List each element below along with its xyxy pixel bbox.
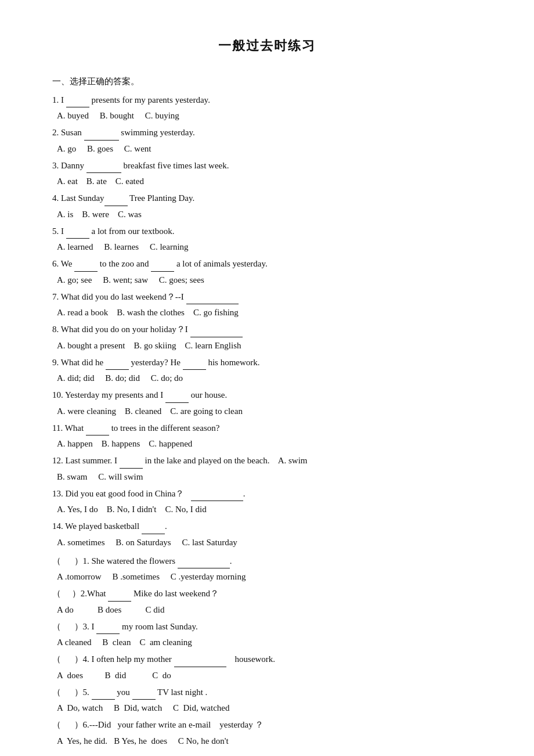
question-block-q3: 3. Danny breakfast five times last week.… [52,158,482,189]
paren-q4-options: A does B did C do [57,668,482,683]
paren-q6-options: A Yes, he did. B Yes, he does C No, he d… [57,733,482,748]
paren-q3-block: （ ）3. I my room last Sunday. A cleaned B… [52,619,482,650]
question-block-q12: 12. Last summer. I in the lake and playe… [52,453,482,484]
question-text-q14: 14. We played basketball . [52,519,482,534]
question-block-q14: 14. We played basketball . A. sometimes … [52,519,482,550]
question-block-q6: 6. We to the zoo and a lot of animals ye… [52,256,482,287]
paren-q3-options: A cleaned B clean C am cleaning [57,635,482,650]
paren-q6-block: （ ）6.---Did your father write an e-mail … [52,717,482,748]
question-block-q11: 11. What to trees in the different seaso… [52,420,482,452]
section1-header: 一、选择正确的答案。 [52,74,482,89]
options-q8: A. bought a present B. go skiing C. lear… [57,338,482,353]
question-block-q2: 2. Susan swimming yesterday. A. go B. go… [52,125,482,156]
question-text-q1: 1. I presents for my parents yesterday. [52,92,482,107]
options-q11: A. happen B. happens C. happened [57,436,482,451]
paren-q5-line: （ ）5. you TV last night . [52,685,482,700]
options-q7: A. read a book B. wash the clothes C. go… [57,305,482,320]
question-text-q3: 3. Danny breakfast five times last week. [52,158,482,173]
question-block-q7: 7. What did you do last weekend？--I A. r… [52,289,482,321]
paren-q2-options: A do B does C did [57,602,482,617]
question-text-q7: 7. What did you do last weekend？--I [52,289,482,304]
paren-questions-list: （ ）1. She watered the flowers . A .tomor… [52,553,482,748]
question-text-q6: 6. We to the zoo and a lot of animals ye… [52,256,482,271]
paren-q5-options: A Do, watch B Did, watch C Did, watched [57,700,482,715]
options-q3: A. eat B. ate C. eated [57,174,482,189]
paren-q2-line: （ ）2.What Mike do last weekend？ [52,586,482,601]
paren-q3-line: （ ）3. I my room last Sunday. [52,619,482,634]
paren-q5-block: （ ）5. you TV last night . A Do, watch B … [52,685,482,716]
paren-q1-block: （ ）1. She watered the flowers . A .tomor… [52,553,482,585]
paren-q1-options: A .tomorrow B .sometimes C .yesterday mo… [57,569,482,584]
question-text-q4: 4. Last Sunday Tree Planting Day. [52,190,482,206]
question-text-q9: 9. What did he yesterday? He his homewor… [52,355,482,370]
question-block-q10: 10. Yesterday my presents and I our hous… [52,387,482,419]
options-q2: A. go B. goes C. went [57,141,482,156]
paren-q1-line: （ ）1. She watered the flowers . [52,553,482,568]
page-title: 一般过去时练习 [52,35,482,57]
question-text-q2: 2. Susan swimming yesterday. [52,125,482,140]
question-block-q13: 13. Did you eat good food in China？ . A.… [52,486,482,517]
options-q1: A. buyed B. bought C. buying [57,108,482,123]
options-q10: A. were cleaning B. cleaned C. are going… [57,404,482,419]
options-q9: A. did; did B. do; did C. do; do [57,370,482,386]
question-text-q8: 8. What did you do on your holiday？I [52,322,482,337]
question-text-q13: 13. Did you eat good food in China？ . [52,486,482,501]
question-block-q9: 9. What did he yesterday? He his homewor… [52,355,482,386]
question-block-q8: 8. What did you do on your holiday？I A. … [52,322,482,353]
paren-q6-line: （ ）6.---Did your father write an e-mail … [52,717,482,732]
paren-q4-block: （ ）4. I often help my mother housework. … [52,651,482,683]
options-q13: A. Yes, I do B. No, I didn't C. No, I di… [57,502,482,517]
question-block-q5: 5. I a lot from our textbook. A. learned… [52,224,482,255]
options-q4: A. is B. were C. was [57,207,482,222]
paren-q2-block: （ ）2.What Mike do last weekend？ A do B d… [52,586,482,617]
question-text-q10: 10. Yesterday my presents and I our hous… [52,387,482,402]
question-text-q5: 5. I a lot from our textbook. [52,224,482,239]
question-block-q4: 4. Last Sunday Tree Planting Day. A. is … [52,190,482,222]
options-q12: B. swam C. will swim [57,469,482,484]
options-q14: A. sometimes B. on Saturdays C. last Sat… [57,535,482,550]
options-q6: A. go; see B. went; saw C. goes; sees [57,272,482,287]
question-text-q11: 11. What to trees in the different seaso… [52,420,482,435]
question-block-q1: 1. I presents for my parents yesterday. … [52,92,482,124]
question-text-q12: 12. Last summer. I in the lake and playe… [52,453,482,468]
questions-list: 1. I presents for my parents yesterday. … [52,92,482,550]
options-q5: A. learned B. learnes C. learning [57,239,482,254]
paren-q4-line: （ ）4. I often help my mother housework. [52,651,482,667]
